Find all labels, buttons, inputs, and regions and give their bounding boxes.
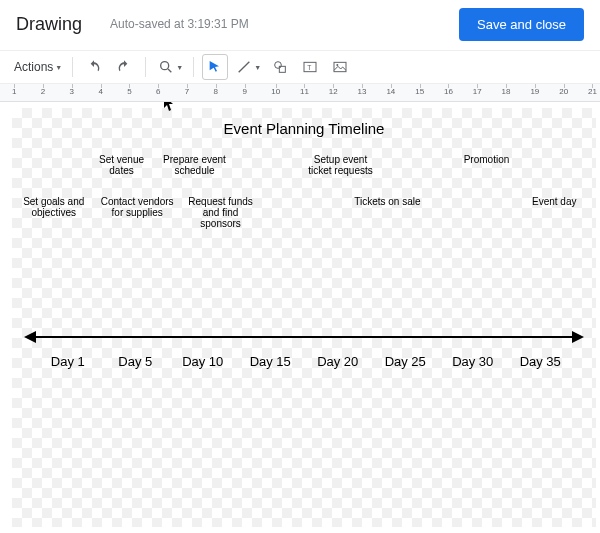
activity-text[interactable]: Prepare event schedule	[158, 154, 231, 176]
activity-empty	[262, 196, 345, 229]
activity-empty	[429, 196, 512, 229]
activity-text[interactable]: Set venue dates	[85, 154, 158, 176]
ruler-tick: 3	[70, 84, 74, 102]
undo-button[interactable]	[81, 54, 107, 80]
activity-text[interactable]: Promotion	[450, 154, 523, 176]
day-labels-row: Day 1Day 5Day 10Day 15Day 20Day 25Day 30…	[34, 354, 574, 369]
caret-down-icon: ▼	[254, 64, 261, 71]
caret-down-icon: ▼	[55, 64, 62, 71]
header: Drawing Auto-saved at 3:19:31 PM Save an…	[0, 0, 600, 50]
ruler-tick: 7	[185, 84, 189, 102]
line-icon	[236, 59, 252, 75]
ruler-tick: 11	[300, 84, 309, 102]
svg-rect-7	[334, 62, 346, 71]
day-label[interactable]: Day 25	[372, 354, 440, 369]
activity-empty	[523, 154, 596, 176]
svg-point-8	[337, 64, 339, 66]
svg-point-3	[275, 62, 282, 69]
actions-label: Actions	[14, 60, 53, 74]
ruler-tick: 13	[358, 84, 367, 102]
line-tool-menu[interactable]: ▼	[232, 54, 263, 80]
mouse-cursor-icon	[164, 102, 176, 112]
separator	[145, 57, 146, 77]
ruler-tick: 2	[41, 84, 45, 102]
ruler-tick: 15	[415, 84, 424, 102]
canvas-area[interactable]: Event Planning Timeline Set venue datesP…	[0, 102, 600, 533]
day-label[interactable]: Day 5	[102, 354, 170, 369]
activity-text[interactable]: Request funds and find sponsors	[179, 196, 262, 229]
shape-icon	[272, 59, 288, 75]
activity-text[interactable]: Set goals and objectives	[12, 196, 95, 229]
zoom-icon	[158, 59, 174, 75]
day-label[interactable]: Day 15	[237, 354, 305, 369]
shape-tool[interactable]	[267, 54, 293, 80]
day-label[interactable]: Day 20	[304, 354, 372, 369]
separator	[193, 57, 194, 77]
drawing-title[interactable]: Event Planning Timeline	[12, 120, 596, 137]
activity-row-top: Set venue datesPrepare event scheduleSet…	[12, 154, 596, 176]
actions-menu[interactable]: Actions ▼	[10, 54, 64, 80]
ruler-tick: 5	[127, 84, 131, 102]
ruler-tick: 8	[214, 84, 218, 102]
ruler-tick: 6	[156, 84, 160, 102]
ruler-tick: 4	[98, 84, 102, 102]
ruler-tick: 21	[588, 84, 597, 102]
select-tool[interactable]	[202, 54, 228, 80]
svg-line-1	[168, 69, 171, 72]
textbox-tool[interactable]: T	[297, 54, 323, 80]
activity-row-bottom: Set goals and objectivesContact vendors …	[12, 196, 596, 229]
cursor-icon	[207, 59, 223, 75]
ruler-tick: 18	[502, 84, 511, 102]
toolbar: Actions ▼ ▼ ▼ T	[0, 50, 600, 84]
ruler-tick: 10	[271, 84, 280, 102]
undo-icon	[86, 59, 102, 75]
activity-text[interactable]: Tickets on sale	[346, 196, 429, 229]
activity-empty	[231, 154, 304, 176]
day-label[interactable]: Day 30	[439, 354, 507, 369]
app-title: Drawing	[16, 14, 82, 35]
ruler-tick: 14	[386, 84, 395, 102]
ruler-tick: 17	[473, 84, 482, 102]
activity-empty	[12, 154, 85, 176]
redo-button[interactable]	[111, 54, 137, 80]
redo-icon	[116, 59, 132, 75]
svg-line-2	[239, 62, 250, 73]
timeline-arrow[interactable]	[26, 336, 582, 338]
ruler-tick: 19	[530, 84, 539, 102]
zoom-menu[interactable]: ▼	[154, 54, 185, 80]
horizontal-ruler: 123456789101112131415161718192021	[0, 84, 600, 102]
header-left: Drawing Auto-saved at 3:19:31 PM	[16, 14, 249, 35]
ruler-tick: 1	[12, 84, 16, 102]
ruler-tick: 9	[242, 84, 246, 102]
image-tool[interactable]	[327, 54, 353, 80]
svg-point-0	[161, 62, 169, 70]
day-label[interactable]: Day 35	[507, 354, 575, 369]
svg-text:T: T	[308, 64, 312, 71]
ruler-tick: 12	[329, 84, 338, 102]
ruler-tick: 16	[444, 84, 453, 102]
drawing-canvas[interactable]: Event Planning Timeline Set venue datesP…	[12, 108, 596, 527]
activity-text[interactable]: Contact vendors for supplies	[95, 196, 178, 229]
activity-text[interactable]: Event day	[513, 196, 596, 229]
day-label[interactable]: Day 1	[34, 354, 102, 369]
caret-down-icon: ▼	[176, 64, 183, 71]
ruler-tick: 20	[559, 84, 568, 102]
textbox-icon: T	[302, 59, 318, 75]
autosave-text: Auto-saved at 3:19:31 PM	[110, 17, 249, 31]
activity-text[interactable]: Setup event ticket requests	[304, 154, 377, 176]
separator	[72, 57, 73, 77]
save-and-close-button[interactable]: Save and close	[459, 8, 584, 41]
image-icon	[332, 59, 348, 75]
activity-empty	[377, 154, 450, 176]
day-label[interactable]: Day 10	[169, 354, 237, 369]
